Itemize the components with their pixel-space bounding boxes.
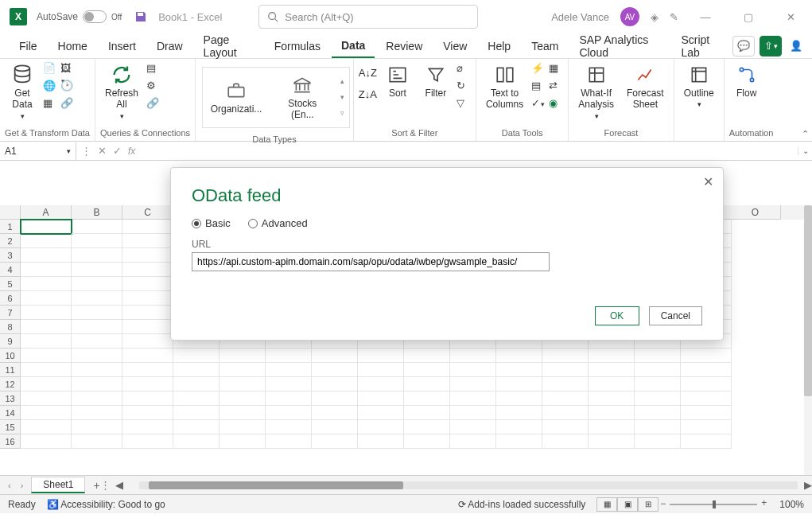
ribbon-collapse-icon[interactable]: ⌃	[802, 129, 809, 139]
tab-formulas[interactable]: Formulas	[265, 35, 330, 57]
from-table-icon[interactable]: ▦	[43, 97, 57, 111]
cancel-formula-icon[interactable]: ✕	[98, 145, 107, 157]
cell[interactable]	[220, 349, 266, 363]
recent-sources-icon[interactable]: 🕑	[60, 80, 75, 94]
cell[interactable]	[450, 406, 496, 420]
cell[interactable]	[72, 248, 122, 263]
tab-draw[interactable]: Draw	[147, 35, 192, 57]
vertical-scrollbar[interactable]	[804, 205, 812, 475]
cell[interactable]	[681, 377, 732, 391]
zoom-value[interactable]: 100%	[779, 499, 804, 510]
tab-team[interactable]: Team	[522, 35, 568, 57]
view-page-break-button[interactable]: ⊞	[638, 497, 659, 512]
cell[interactable]	[122, 406, 173, 420]
cell[interactable]	[173, 349, 220, 363]
cell[interactable]	[122, 391, 173, 406]
row-header[interactable]: 4	[0, 263, 21, 277]
cell[interactable]	[450, 349, 496, 363]
cell[interactable]	[358, 363, 404, 377]
select-all-corner[interactable]	[0, 205, 21, 220]
sort-desc-icon[interactable]: Z↓A	[359, 88, 377, 100]
cell[interactable]	[681, 391, 732, 406]
cell[interactable]	[681, 406, 732, 420]
cell[interactable]	[220, 434, 266, 449]
tab-page-layout[interactable]: Page Layout	[194, 29, 263, 64]
cell[interactable]	[122, 248, 173, 263]
cell[interactable]	[21, 377, 72, 391]
cell[interactable]	[312, 406, 358, 420]
edit-links-icon[interactable]: 🔗	[146, 97, 161, 111]
sheet-options-icon[interactable]: ⋮	[100, 479, 111, 491]
cell[interactable]	[450, 434, 496, 449]
row-header[interactable]: 11	[0, 363, 21, 377]
cell[interactable]	[72, 363, 122, 377]
queries-icon[interactable]: ▤	[146, 62, 161, 76]
cell[interactable]	[266, 406, 312, 420]
minimize-button[interactable]: —	[690, 6, 721, 28]
cell[interactable]	[496, 377, 542, 391]
row-header[interactable]: 14	[0, 406, 21, 420]
cell[interactable]	[173, 406, 220, 420]
row-header[interactable]: 8	[0, 320, 21, 334]
cell[interactable]	[72, 391, 122, 406]
cell[interactable]	[122, 234, 173, 248]
cell[interactable]	[358, 420, 404, 434]
cell[interactable]	[122, 334, 173, 349]
search-input[interactable]: Search (Alt+Q)	[258, 5, 478, 29]
user-name[interactable]: Adele Vance	[551, 11, 609, 23]
name-box[interactable]: A1 ▾	[0, 142, 76, 160]
cell[interactable]	[542, 420, 589, 434]
row-header[interactable]: 7	[0, 306, 21, 320]
cell[interactable]	[21, 220, 72, 234]
cell[interactable]	[173, 377, 220, 391]
cell[interactable]	[21, 363, 72, 377]
cell[interactable]	[496, 391, 542, 406]
tab-script-lab[interactable]: Script Lab	[671, 29, 731, 64]
cell[interactable]	[72, 320, 122, 334]
save-icon[interactable]	[134, 10, 147, 23]
cell[interactable]	[542, 363, 589, 377]
cell[interactable]	[312, 349, 358, 363]
row-header[interactable]: 10	[0, 349, 21, 363]
cell[interactable]	[358, 406, 404, 420]
cell[interactable]	[72, 349, 122, 363]
tab-review[interactable]: Review	[376, 35, 432, 57]
cell[interactable]	[122, 291, 173, 306]
relationships-icon[interactable]: ⇄	[549, 80, 563, 94]
cell[interactable]	[589, 391, 635, 406]
cell[interactable]	[358, 434, 404, 449]
cell[interactable]	[266, 363, 312, 377]
comments-button[interactable]: 💬	[732, 36, 755, 56]
refresh-all-button[interactable]: Refresh All▾	[100, 62, 143, 123]
flash-fill-icon[interactable]: ⚡	[531, 62, 546, 76]
cell[interactable]	[312, 420, 358, 434]
consolidate-icon[interactable]: ▦	[549, 62, 563, 76]
cell[interactable]	[404, 377, 450, 391]
cell[interactable]	[358, 349, 404, 363]
cell[interactable]	[450, 420, 496, 434]
cell[interactable]	[266, 434, 312, 449]
cell[interactable]	[496, 349, 542, 363]
cell[interactable]	[220, 391, 266, 406]
cell[interactable]	[173, 363, 220, 377]
properties-icon[interactable]: ⚙	[146, 80, 161, 94]
cell[interactable]	[589, 434, 635, 449]
status-addins[interactable]: ⟳ Add-ins loaded successfully	[458, 499, 586, 510]
row-header[interactable]: 2	[0, 234, 21, 248]
cell[interactable]	[635, 363, 681, 377]
cell[interactable]	[21, 349, 72, 363]
filter-button[interactable]: Filter	[418, 62, 453, 100]
cell[interactable]	[21, 291, 72, 306]
cell[interactable]	[21, 306, 72, 320]
cell[interactable]	[72, 377, 122, 391]
row-header[interactable]: 16	[0, 434, 21, 449]
cell[interactable]	[173, 434, 220, 449]
cell[interactable]	[496, 434, 542, 449]
text-to-columns-button[interactable]: Text to Columns	[481, 62, 528, 112]
cell[interactable]	[220, 363, 266, 377]
chevron-down-icon[interactable]: ▾	[67, 147, 71, 155]
radio-advanced[interactable]: Advanced	[248, 217, 308, 229]
cell[interactable]	[404, 363, 450, 377]
cell[interactable]	[21, 277, 72, 291]
get-data-button[interactable]: Get Data▾	[5, 62, 40, 123]
